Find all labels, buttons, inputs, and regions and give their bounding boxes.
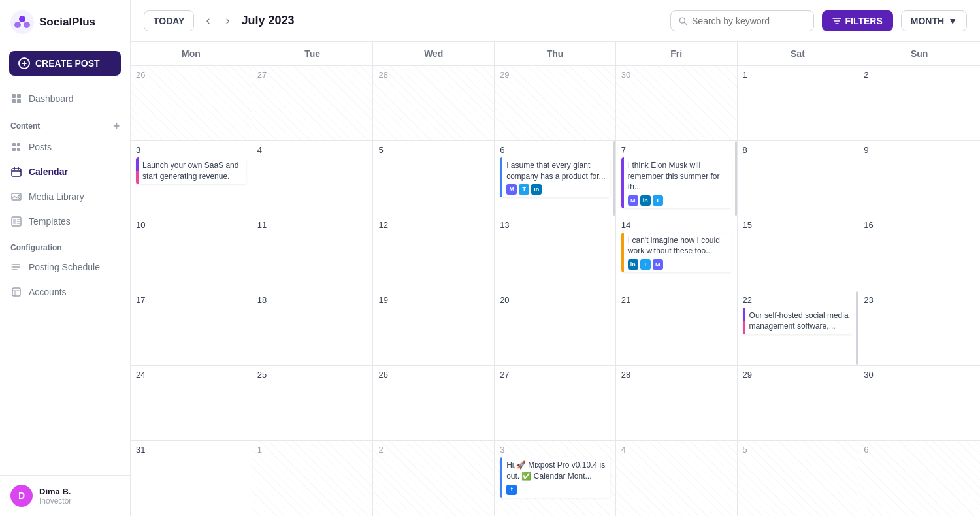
calendar-cell-r1c0[interactable]: 3Launch your own SaaS and start generati…	[131, 141, 252, 216]
search-icon	[679, 16, 687, 25]
calendar-cell-r4c4[interactable]: 28	[616, 366, 738, 440]
calendar-cell-r1c6[interactable]: 9	[858, 141, 980, 216]
calendar-cell-r0c6[interactable]: 2	[858, 66, 980, 140]
calendar-cell-r0c3[interactable]: 29	[495, 66, 616, 140]
cell-date: 31	[136, 445, 246, 455]
calendar-cell-r0c0[interactable]: 26	[131, 66, 252, 140]
calendar-cell-r4c0[interactable]: 24	[131, 366, 252, 440]
svg-point-2	[24, 22, 30, 28]
user-profile[interactable]: D Dima B. Inovector	[0, 475, 130, 516]
calendar-cell-r2c6[interactable]: 16	[858, 216, 980, 291]
calendar-cell-r5c0[interactable]: 31	[131, 441, 252, 516]
calendar-cell-r3c2[interactable]: 19	[373, 291, 495, 366]
cell-date: 19	[378, 295, 489, 305]
sidebar-item-posting-schedule[interactable]: Posting Schedule	[0, 255, 130, 280]
calendar-cell-r1c3[interactable]: 6I asume that every giant company has a …	[495, 141, 616, 216]
calendar-cell-r0c2[interactable]: 28	[373, 66, 495, 140]
post-card[interactable]: I think Elon Musk will remember this sum…	[621, 157, 732, 208]
post-card[interactable]: I asume that every giant company has a p…	[500, 157, 610, 198]
cell-date: 3	[136, 145, 246, 155]
cell-date: 12	[378, 220, 489, 230]
calendar-cell-r4c1[interactable]: 25	[252, 366, 374, 440]
sidebar-item-media[interactable]: Media Library	[0, 184, 130, 209]
create-post-button[interactable]: + CREATE POST	[9, 51, 121, 76]
calendar-cell-r5c6[interactable]: 6	[858, 441, 980, 516]
scroll-indicator	[735, 141, 737, 216]
calendar-cell-r2c3[interactable]: 13	[495, 216, 616, 291]
calendar-cell-r3c4[interactable]: 21	[616, 291, 738, 366]
search-input[interactable]	[692, 16, 805, 26]
cell-date: 1	[257, 445, 368, 455]
calendar-header: Mon Tue Wed Thu Fri Sat Sun	[131, 42, 980, 66]
calendar-row-2: 1011121314I can't imagine how I could wo…	[131, 216, 980, 291]
cell-date: 1	[743, 70, 853, 80]
calendar-cell-r4c5[interactable]: 29	[738, 366, 859, 440]
cell-date: 16	[864, 220, 975, 230]
calendar-cell-r5c1[interactable]: 1	[252, 441, 374, 516]
calendar-cell-r4c3[interactable]: 27	[495, 366, 616, 440]
sidebar-item-media-label: Media Library	[29, 191, 84, 202]
next-month-button[interactable]: ›	[221, 11, 233, 30]
sidebar-item-calendar-label: Calendar	[29, 167, 68, 177]
filters-button[interactable]: FILTERS	[822, 10, 893, 31]
calendar-row-0: 262728293012	[131, 66, 980, 141]
calendar-cell-r1c1[interactable]: 4	[252, 141, 374, 216]
cell-date: 2	[378, 445, 489, 455]
calendar-cell-r3c3[interactable]: 20	[495, 291, 616, 366]
month-title: July 2023	[241, 14, 662, 27]
cell-date: 5	[378, 145, 489, 155]
accounts-icon	[10, 286, 22, 298]
calendar-cell-r1c2[interactable]: 5	[373, 141, 495, 216]
cell-date: 28	[378, 70, 489, 80]
sidebar-item-dashboard[interactable]: Dashboard	[0, 86, 130, 111]
month-select-button[interactable]: MONTH ▼	[901, 10, 967, 31]
calendar-cell-r1c5[interactable]: 8	[738, 141, 859, 216]
prev-month-button[interactable]: ‹	[202, 11, 214, 30]
post-card[interactable]: Hi,🚀 Mixpost Pro v0.10.4 is out. ✅ Calen…	[500, 457, 610, 498]
calendar-cell-r5c5[interactable]: 5	[738, 441, 859, 516]
calendar-cell-r1c4[interactable]: 7I think Elon Musk will remember this su…	[616, 141, 738, 216]
calendar-cell-r0c5[interactable]: 1	[738, 66, 859, 140]
header-mon: Mon	[131, 42, 252, 65]
post-card[interactable]: I can't imagine how I could work without…	[621, 233, 732, 273]
calendar-cell-r2c0[interactable]: 10	[131, 216, 252, 291]
calendar-cell-r2c4[interactable]: 14I can't imagine how I could work witho…	[616, 216, 738, 291]
calendar-row-5: 31123Hi,🚀 Mixpost Pro v0.10.4 is out. ✅ …	[131, 441, 980, 516]
calendar-cell-r5c2[interactable]: 2	[373, 441, 495, 516]
post-card-icons: f	[506, 485, 606, 495]
logo-icon	[10, 10, 34, 34]
calendar-cell-r2c5[interactable]: 15	[738, 216, 859, 291]
post-card-text: I asume that every giant company has a p…	[506, 160, 606, 182]
svg-rect-8	[12, 143, 16, 146]
cell-date: 21	[621, 295, 732, 305]
search-box[interactable]	[670, 10, 814, 31]
calendar-cell-r3c5[interactable]: 22Our self-hosted social media managemen…	[738, 291, 859, 366]
post-card[interactable]: Our self-hosted social media management …	[743, 308, 853, 335]
sidebar-item-accounts[interactable]: Accounts	[0, 280, 130, 304]
calendar-cell-r3c1[interactable]: 18	[252, 291, 374, 366]
calendar-cell-r4c2[interactable]: 26	[373, 366, 495, 440]
calendar-cell-r0c1[interactable]: 27	[252, 66, 374, 140]
svg-rect-4	[12, 94, 16, 98]
post-card[interactable]: Launch your own SaaS and start generatin…	[136, 157, 246, 185]
calendar-cell-r5c4[interactable]: 4	[616, 441, 738, 516]
header-tue: Tue	[252, 42, 374, 65]
sidebar-item-templates[interactable]: Templates	[0, 209, 130, 234]
calendar-cell-r0c4[interactable]: 30	[616, 66, 738, 140]
content-add-button[interactable]: +	[114, 120, 120, 132]
calendar-icon	[10, 166, 22, 178]
sidebar-item-posts[interactable]: Posts	[0, 135, 130, 159]
calendar-cell-r5c3[interactable]: 3Hi,🚀 Mixpost Pro v0.10.4 is out. ✅ Cale…	[495, 441, 616, 516]
header-sun: Sun	[858, 42, 980, 65]
calendar-cell-r4c6[interactable]: 30	[858, 366, 980, 440]
twitter-icon: T	[640, 259, 651, 270]
calendar-cell-r2c1[interactable]: 11	[252, 216, 374, 291]
calendar-cell-r2c2[interactable]: 12	[373, 216, 495, 291]
sidebar-item-calendar[interactable]: Calendar	[0, 159, 130, 184]
calendar-cell-r3c6[interactable]: 23	[858, 291, 980, 366]
today-button[interactable]: TODAY	[144, 10, 194, 31]
calendar-cell-r3c0[interactable]: 17	[131, 291, 252, 366]
svg-line-30	[684, 22, 686, 24]
post-card-content: Launch your own SaaS and start generatin…	[139, 157, 246, 185]
cell-date: 15	[743, 220, 853, 230]
